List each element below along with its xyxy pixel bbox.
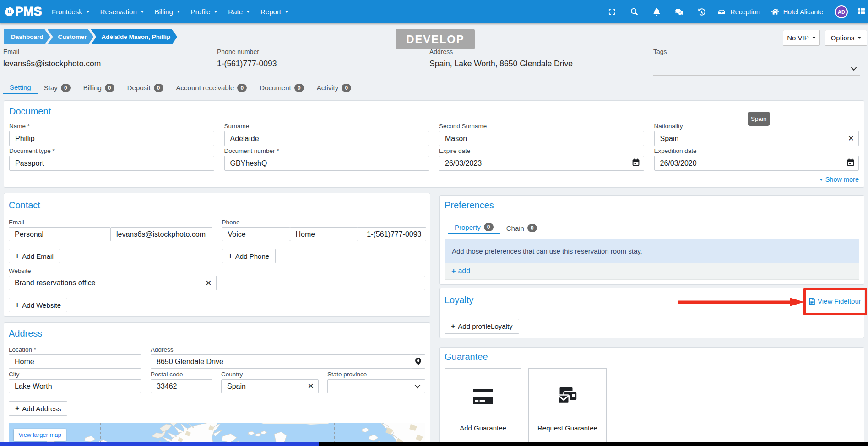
svg-text:U: U bbox=[8, 9, 11, 14]
